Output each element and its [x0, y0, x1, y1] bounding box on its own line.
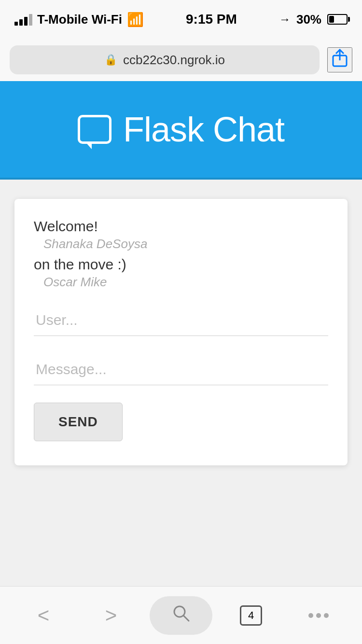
bottom-nav: < > 4: [0, 586, 362, 644]
url-text: ccb22c30.ngrok.io: [123, 53, 225, 68]
more-button[interactable]: [290, 596, 348, 635]
search-icon: [171, 603, 191, 627]
message-input[interactable]: [34, 353, 328, 385]
search-button[interactable]: [150, 596, 212, 635]
share-button[interactable]: [327, 47, 352, 72]
tabs-button[interactable]: 4: [222, 596, 280, 635]
status-bar: T-Mobile Wi-Fi 📶 9:15 PM → 30%: [0, 0, 362, 39]
more-icon: [308, 613, 329, 618]
user-input[interactable]: [34, 304, 328, 336]
forward-button[interactable]: >: [82, 596, 140, 635]
forward-arrow-icon: >: [105, 604, 117, 627]
list-item: on the move :) Oscar Mike: [34, 256, 328, 290]
list-item: Welcome! Shanaka DeSoysa: [34, 218, 328, 252]
message-author: Oscar Mike: [43, 275, 328, 290]
wifi-icon: 📶: [127, 12, 144, 28]
svg-line-3: [183, 616, 189, 621]
back-arrow-icon: <: [38, 604, 50, 627]
back-button[interactable]: <: [14, 596, 72, 635]
chat-bubble-icon: [78, 115, 111, 144]
battery-percent-label: 30%: [296, 12, 321, 27]
time-label: 9:15 PM: [186, 12, 237, 27]
url-bar[interactable]: 🔒 ccb22c30.ngrok.io: [10, 45, 320, 74]
browser-bar: 🔒 ccb22c30.ngrok.io: [0, 39, 362, 81]
signal-strength-icon: [14, 13, 32, 26]
message-author: Shanaka DeSoysa: [43, 237, 328, 252]
chat-card: Welcome! Shanaka DeSoysa on the move :) …: [14, 199, 348, 465]
app-title: Flask Chat: [123, 110, 284, 149]
messages-area: Welcome! Shanaka DeSoysa on the move :) …: [34, 218, 328, 290]
app-header: Flask Chat: [0, 81, 362, 178]
status-left: T-Mobile Wi-Fi 📶: [14, 12, 144, 28]
tabs-icon: 4: [240, 605, 262, 626]
location-icon: →: [279, 13, 291, 26]
tab-count-badge: 4: [248, 609, 254, 622]
status-right: → 30%: [279, 12, 348, 27]
message-text: Welcome!: [34, 218, 328, 235]
message-text: on the move :): [34, 256, 328, 273]
share-icon: [332, 49, 348, 71]
send-button[interactable]: SEND: [34, 403, 123, 441]
lock-icon: 🔒: [104, 54, 117, 66]
carrier-label: T-Mobile Wi-Fi: [37, 12, 122, 27]
main-content: Welcome! Shanaka DeSoysa on the move :) …: [0, 180, 362, 485]
battery-icon: [327, 14, 348, 25]
